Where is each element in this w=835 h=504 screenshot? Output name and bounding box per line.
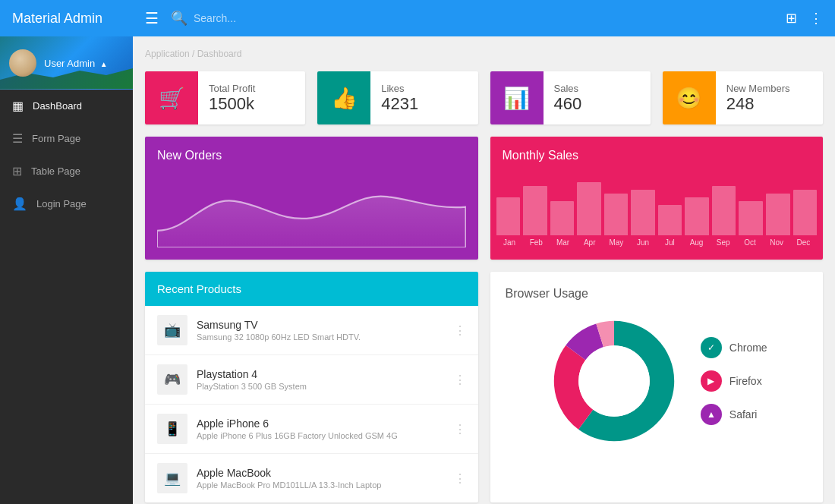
monthly-label-jun: Jun <box>630 238 657 247</box>
profit-info: Total Profit 1500k <box>198 83 266 114</box>
product-item[interactable]: 💻 Apple MacBook Apple MacBook Pro MD101L… <box>145 454 478 502</box>
user-dropdown-arrow[interactable]: ▲ <box>100 60 108 68</box>
bar-jul <box>658 205 682 235</box>
sidebar-item-login[interactable]: 👤 Login Page <box>0 187 133 220</box>
stat-card-members: 😊 New Members 248 <box>663 71 823 124</box>
product-thumb: 🎮 <box>157 364 187 395</box>
cart-icon: 🛒 <box>159 86 185 111</box>
new-orders-title: New Orders <box>157 149 466 162</box>
sidebar-item-form-label: Form Page <box>32 133 80 144</box>
monthly-label-jul: Jul <box>657 238 683 247</box>
profit-value: 1500k <box>209 94 255 114</box>
products-list: 📺 Samsung TV Samsung 32 1080p 60Hz LED S… <box>145 306 478 502</box>
browser-content: ✓ Chrome ▶ Firefox ▲ Safari <box>506 313 808 449</box>
product-desc: PlayStation 3 500 GB System <box>197 382 454 391</box>
header-actions: ⊞ ⋮ <box>786 10 823 27</box>
monthly-label-oct: Oct <box>736 238 763 247</box>
likes-info: Likes 4231 <box>370 83 429 114</box>
product-item[interactable]: 📱 Apple iPhone 6 Apple iPhone 6 Plus 16G… <box>145 405 478 454</box>
dashboard-icon: ▦ <box>12 99 24 113</box>
product-item[interactable]: 📺 Samsung TV Samsung 32 1080p 60Hz LED S… <box>145 306 478 355</box>
thumbsup-icon: 👍 <box>331 86 358 111</box>
sales-value: 460 <box>554 94 582 114</box>
orders-svg <box>157 172 466 247</box>
breadcrumb: Application / Dashboard <box>145 49 823 59</box>
monthly-bar-sep <box>712 186 736 235</box>
chrome-label: Chrome <box>729 342 767 354</box>
likes-value: 4231 <box>381 94 418 114</box>
monthly-bars <box>490 175 824 235</box>
legend-chrome: ✓ Chrome <box>701 337 767 358</box>
monthly-label-jan: Jan <box>496 238 523 247</box>
product-more-icon[interactable]: ⋮ <box>454 323 466 338</box>
sidebar-item-form[interactable]: ☰ Form Page <box>0 122 133 155</box>
monthly-header: Monthly Sales <box>490 137 824 175</box>
bar-mar <box>550 201 575 235</box>
product-desc: Apple iPhone 6 Plus 16GB Factory Unlocke… <box>197 431 454 440</box>
monthly-bar-oct <box>739 201 763 235</box>
donut-svg <box>546 313 682 449</box>
search-box[interactable] <box>194 12 786 24</box>
profit-label: Total Profit <box>209 83 255 94</box>
products-header: Recent Products <box>145 272 478 306</box>
form-icon: ☰ <box>12 131 23 146</box>
bar-apr <box>577 182 601 235</box>
sidebar-item-table[interactable]: ⊞ Table Page <box>0 155 133 187</box>
sidebar-item-login-label: Login Page <box>36 198 87 209</box>
bar-dec <box>793 190 818 235</box>
product-more-icon[interactable]: ⋮ <box>454 471 466 486</box>
breadcrumb-text: Application / Dashboard <box>145 49 241 59</box>
product-name: Apple MacBook <box>197 467 454 479</box>
sidebar-item-table-label: Table Page <box>31 165 80 177</box>
product-info: Apple iPhone 6 Apple iPhone 6 Plus 16GB … <box>197 417 454 440</box>
chart-icon: 📊 <box>503 86 530 111</box>
grid-icon[interactable]: ⊞ <box>786 10 797 27</box>
monthly-label-feb: Feb <box>523 238 550 247</box>
monthly-label-sep: Sep <box>710 238 736 247</box>
browser-legend: ✓ Chrome ▶ Firefox ▲ Safari <box>701 337 767 425</box>
stat-cards: 🛒 Total Profit 1500k 👍 Likes 4231 📊 <box>145 71 823 124</box>
product-desc: Apple MacBook Pro MD101LL/A 13.3-Inch La… <box>197 480 454 490</box>
firefox-dot: ▶ <box>701 370 722 392</box>
product-more-icon[interactable]: ⋮ <box>454 422 466 436</box>
svg-point-4 <box>578 345 650 417</box>
sales-icon-box: 📊 <box>490 71 544 124</box>
legend-safari: ▲ Safari <box>701 404 767 425</box>
monthly-labels: JanFebMarAprMayJunJulAugSepOctNovDec <box>490 235 824 253</box>
sidebar: User Admin ▲ ▦ DashBoard ☰ Form Page ⊞ T… <box>0 36 133 504</box>
new-orders-card: New Orders <box>145 137 478 260</box>
main-content: Application / Dashboard 🛒 Total Profit 1… <box>133 36 835 504</box>
sidebar-item-dashboard-label: DashBoard <box>33 100 82 112</box>
monthly-bar-aug <box>685 197 709 235</box>
product-info: Samsung TV Samsung 32 1080p 60Hz LED Sma… <box>197 319 454 342</box>
table-icon: ⊞ <box>12 164 22 178</box>
app-title: Material Admin <box>12 11 145 27</box>
search-input[interactable] <box>194 12 786 24</box>
members-info: New Members 248 <box>716 83 801 114</box>
more-icon[interactable]: ⋮ <box>809 10 823 27</box>
face-icon: 😊 <box>676 86 702 111</box>
monthly-label-nov: Nov <box>764 238 790 247</box>
recent-products-card: Recent Products 📺 Samsung TV Samsung 32 … <box>145 272 478 502</box>
product-thumb: 💻 <box>157 463 187 493</box>
browser-title: Browser Usage <box>506 287 808 301</box>
monthly-bar-nov <box>766 194 790 235</box>
monthly-label-mar: Mar <box>550 238 576 247</box>
sidebar-item-dashboard[interactable]: ▦ DashBoard <box>0 90 133 122</box>
avatar <box>9 49 36 77</box>
members-value: 248 <box>726 94 790 114</box>
menu-icon[interactable]: ☰ <box>145 9 159 27</box>
product-desc: Samsung 32 1080p 60Hz LED Smart HDTV. <box>197 332 454 342</box>
search-icon: 🔍 <box>171 10 187 27</box>
stat-card-sales: 📊 Sales 460 <box>490 71 651 124</box>
sales-label: Sales <box>554 83 582 94</box>
product-item[interactable]: 🎮 Playstation 4 PlayStation 3 500 GB Sys… <box>145 355 478 405</box>
sales-info: Sales 460 <box>544 83 593 114</box>
bottom-row: Recent Products 📺 Samsung TV Samsung 32 … <box>145 260 823 502</box>
product-more-icon[interactable]: ⋮ <box>454 373 466 387</box>
bar-may <box>604 194 629 235</box>
header: Material Admin ☰ 🔍 ⊞ ⋮ <box>0 0 835 36</box>
two-col-row: New Orders Month <box>145 137 823 260</box>
members-icon-box: 😊 <box>663 71 716 124</box>
monthly-label-dec: Dec <box>790 238 817 247</box>
